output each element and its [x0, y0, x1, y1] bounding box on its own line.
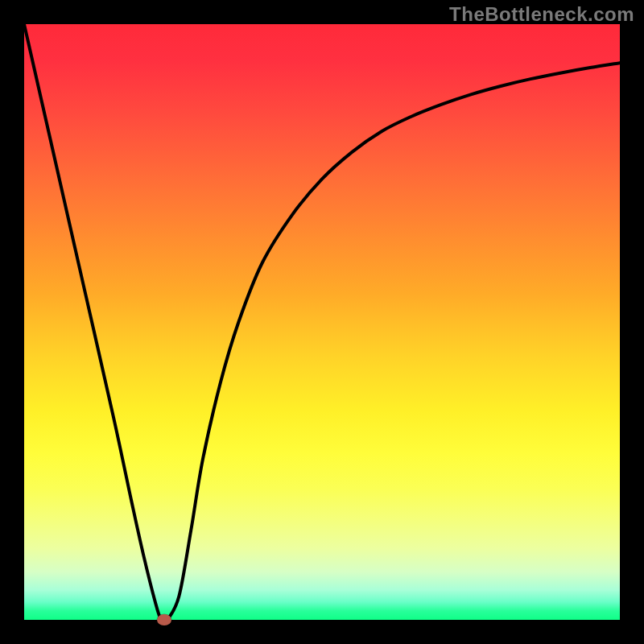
bottleneck-curve [24, 24, 620, 620]
watermark-text: TheBottleneck.com [449, 3, 634, 26]
chart-frame: TheBottleneck.com [0, 0, 644, 644]
plot-area [24, 24, 620, 620]
curve-svg [24, 24, 620, 620]
optimum-marker [157, 614, 171, 625]
